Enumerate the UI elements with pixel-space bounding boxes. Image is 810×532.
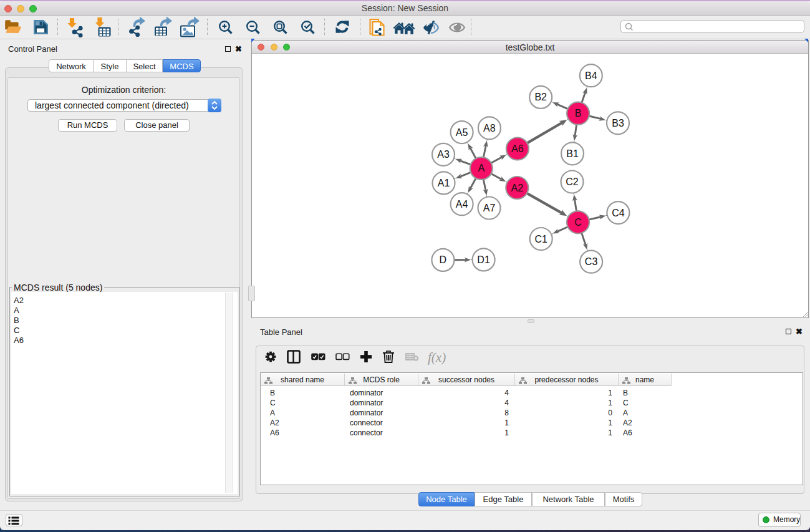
svg-text:f(x): f(x) <box>428 350 446 365</box>
